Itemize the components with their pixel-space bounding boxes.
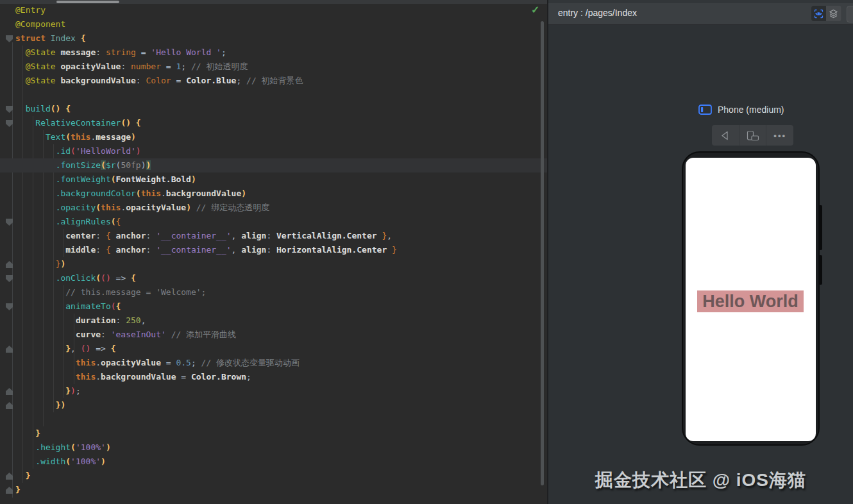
code-line[interactable]: RelativeContainer() { bbox=[0, 116, 547, 130]
previous-page-button[interactable] bbox=[712, 125, 739, 146]
code-line[interactable]: .width('100%') bbox=[0, 455, 547, 469]
phone-volume-button bbox=[819, 205, 822, 250]
layers-icon bbox=[829, 9, 838, 19]
code-line[interactable]: @State message: string = 'Hello World '; bbox=[0, 46, 547, 60]
code-line[interactable]: .alignRules({ bbox=[0, 215, 547, 229]
hello-world-text: Hello World bbox=[702, 292, 798, 312]
editor-scrollbar-thumb[interactable] bbox=[541, 21, 544, 485]
code-line[interactable]: .id('HelloWorld') bbox=[0, 144, 547, 158]
code-line[interactable]: duration: 250, bbox=[0, 314, 547, 328]
code-line[interactable]: curve: 'easeInOut' // 添加平滑曲线 bbox=[0, 328, 547, 342]
code-line[interactable]: .backgroundColor(this.backgroundValue) bbox=[0, 187, 547, 201]
clipped-header-button[interactable] bbox=[847, 6, 853, 22]
inspector-eye-icon bbox=[814, 9, 823, 19]
code-line[interactable]: this.opacityValue = 0.5; // 修改状态变量驱动动画 bbox=[0, 356, 547, 370]
code-line[interactable]: build() { bbox=[0, 102, 547, 116]
code-editor[interactable]: @Entry@Componentstruct Index { @State me… bbox=[0, 0, 547, 504]
rotate-device-icon bbox=[747, 130, 759, 141]
code-line[interactable]: }) bbox=[0, 398, 547, 412]
code-lines[interactable]: @Entry@Componentstruct Index { @State me… bbox=[0, 3, 547, 497]
code-line[interactable]: }, () => { bbox=[0, 342, 547, 356]
code-line[interactable]: .opacity(this.opacityValue) // 绑定动态透明度 bbox=[0, 201, 547, 215]
device-selector-row[interactable]: Phone (medium) bbox=[698, 105, 784, 115]
code-line[interactable]: animateTo({ bbox=[0, 299, 547, 314]
code-line[interactable]: } bbox=[0, 426, 547, 441]
code-line[interactable]: struct Index { bbox=[0, 31, 547, 46]
code-line[interactable]: }); bbox=[0, 384, 547, 398]
code-line[interactable]: .onClick(() => { bbox=[0, 271, 547, 285]
phone-power-button bbox=[819, 255, 822, 285]
code-line[interactable] bbox=[0, 412, 547, 426]
device-label: Phone (medium) bbox=[718, 105, 784, 115]
code-line[interactable]: // this.message = 'Welcome'; bbox=[0, 285, 547, 299]
more-options-button[interactable]: ••• bbox=[766, 125, 793, 146]
code-line[interactable]: }) bbox=[0, 257, 547, 271]
code-line[interactable] bbox=[0, 88, 547, 102]
previewer-title: entry : /pages/Index bbox=[558, 8, 637, 18]
code-line[interactable]: @State opacityValue: number = 1; // 初始透明… bbox=[0, 60, 547, 74]
code-line[interactable]: @Entry bbox=[0, 3, 547, 17]
code-line[interactable]: } bbox=[0, 483, 547, 497]
code-line[interactable]: .height('100%') bbox=[0, 441, 547, 455]
code-line[interactable]: Text(this.message) bbox=[0, 130, 547, 144]
inspector-toggle-button[interactable] bbox=[811, 6, 826, 21]
previewer-header: entry : /pages/Index bbox=[548, 3, 853, 25]
phone-device-icon bbox=[698, 105, 712, 115]
code-line[interactable]: } bbox=[0, 469, 547, 483]
layers-toggle-button[interactable] bbox=[826, 6, 841, 21]
code-line[interactable]: center: { anchor: '__container__', align… bbox=[0, 229, 547, 243]
code-line[interactable]: @State backgroundValue: Color = Color.Bl… bbox=[0, 74, 547, 88]
previewer-toolbar: ••• bbox=[712, 125, 793, 146]
rotate-device-button[interactable] bbox=[739, 125, 767, 146]
watermark-text: 掘金技术社区 @ iOS海猫 bbox=[548, 468, 853, 492]
hello-world-component[interactable]: Hello World bbox=[697, 290, 804, 312]
code-line[interactable]: .fontWeight(FontWeight.Bold) bbox=[0, 172, 547, 187]
code-line[interactable]: this.backgroundValue = Color.Brown; bbox=[0, 370, 547, 384]
code-line[interactable]: middle: { anchor: '__container__', align… bbox=[0, 243, 547, 257]
previewer-mode-toggle bbox=[811, 6, 841, 21]
triangle-left-icon bbox=[720, 130, 731, 141]
ellipsis-icon: ••• bbox=[773, 131, 786, 140]
inspection-ok-icon[interactable]: ✓ bbox=[531, 4, 539, 16]
deveco-previewer-window: @Entry@Componentstruct Index { @State me… bbox=[0, 0, 853, 504]
phone-screen[interactable]: Hello World bbox=[686, 158, 816, 441]
code-line[interactable]: .fontSize($r(50fp)) bbox=[0, 158, 547, 172]
code-line[interactable]: @Component bbox=[0, 17, 547, 31]
